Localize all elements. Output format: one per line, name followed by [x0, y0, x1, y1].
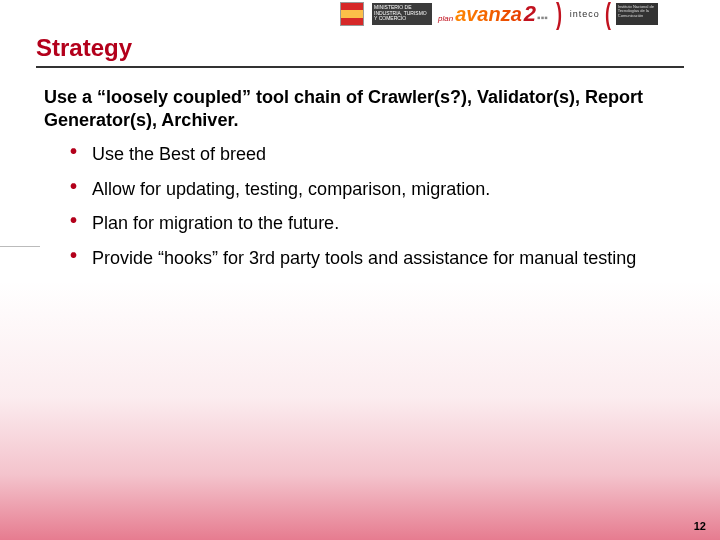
avanza-dots-icon: ▪▪▪: [537, 12, 548, 23]
background-gradient: [0, 280, 720, 540]
avanza-word-text: avanza: [455, 3, 522, 26]
inteco-word: inteco: [570, 9, 600, 19]
paren-icon: (: [605, 4, 611, 24]
logo-inteco: inteco ( Instituto Nacional de Tecnologí…: [570, 3, 658, 25]
slide-title: Strategy: [36, 34, 684, 68]
page-number: 12: [694, 520, 706, 532]
header-logo-strip: MINISTERIO DE INDUSTRIA, TURISMO Y COMER…: [0, 0, 720, 28]
logo-ministerio: MINISTERIO DE INDUSTRIA, TURISMO Y COMER…: [372, 3, 432, 25]
paren-icon: ): [556, 4, 562, 24]
left-separator-line: [0, 246, 40, 247]
bullet-list: Use the Best of breed Allow for updating…: [44, 137, 670, 275]
list-item: Allow for updating, testing, comparison,…: [74, 172, 670, 207]
avanza-number: 2: [524, 1, 536, 27]
list-item: Provide “hooks” for 3rd party tools and …: [74, 241, 670, 276]
slide: MINISTERIO DE INDUSTRIA, TURISMO Y COMER…: [0, 0, 720, 540]
logo-gobierno: [340, 3, 366, 25]
slide-body: Use a “loosely coupled” tool chain of Cr…: [44, 86, 670, 275]
logo-plan-avanza: plan avanza 2 ▪▪▪: [438, 1, 548, 27]
list-item: Use the Best of breed: [74, 137, 670, 172]
list-item: Plan for migration to the future.: [74, 206, 670, 241]
intro-paragraph: Use a “loosely coupled” tool chain of Cr…: [44, 86, 670, 131]
avanza-plan-text: plan: [438, 14, 453, 23]
spain-flag-icon: [340, 2, 364, 26]
inteco-caption: Instituto Nacional de Tecnologías de la …: [616, 3, 658, 25]
